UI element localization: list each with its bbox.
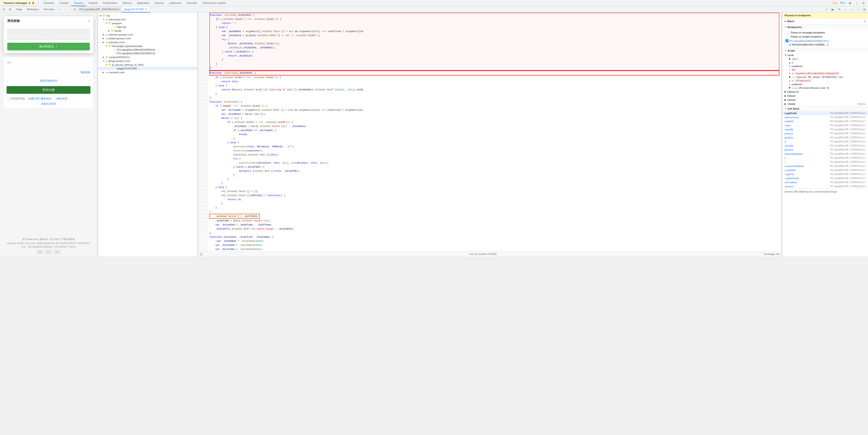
tree-item-loginjsp[interactable]: 📄 login.jsp [98,25,197,29]
close-icon[interactable]: ✕ [861,0,866,6]
agree-checkbox[interactable] [6,97,9,100]
file-tab-pclogin[interactable]: PCLogin@6ac20ff...25015894124.js [77,6,122,12]
page-tabs-more[interactable]: ⋮ [62,7,68,12]
settings-icon[interactable]: ⚙ [847,0,852,6]
cs-item-7[interactable]: S PCLogin@6ac20ff...015894124.js:1 [782,140,868,144]
phone-input[interactable] [20,60,90,66]
cs-item-6[interactable]: perform PCLogin@6ac20ff...015894124.js:1 [782,136,868,140]
code-line: } [210,58,779,62]
cs-item-14[interactable]: a.setState PCLogin@6ac20ff...015894124.j… [782,168,868,172]
tree-item-userqunar[interactable]: ▼ ☁ user.qunar.com [98,18,197,21]
cs-item-15[interactable]: n.getCst PCLogin@6ac20ff...015894124.js:… [782,172,868,176]
record-icon[interactable]: ⏺ [32,2,34,4]
watch-add-icon[interactable]: + [864,20,866,23]
code-content[interactable]: function _0x47b39(_0x29235d) { if (_0x5a… [208,13,781,251]
verify-send-btn[interactable]: 验证码发送 ✓ [7,43,90,51]
cs-item-4[interactable]: closeAll PCLogin@6ac20ff...015894124.js:… [782,128,868,132]
local-scope-header[interactable]: ▼ Local [782,53,868,57]
step-icon[interactable]: → [855,7,861,12]
cs-item-5[interactable]: perform PCLogin@6ac20ff...015894124.js:1 [782,132,868,136]
tree-item-qcode[interactable]: ▶ 📁 qcode [98,29,197,33]
tab-recorder[interactable]: Recorder [184,0,200,6]
tree-item-picbed[interactable]: ▶ ☁ picbed.qunarzz.com [98,36,197,40]
tab-overrides[interactable]: Overrides [41,6,57,12]
tree-item-squnarzz[interactable]: ▶ ☁ s.qunarzz.com [98,70,197,74]
play-icon[interactable]: ▶ [29,2,31,4]
tree-item-pclogin1[interactable]: 📄 PCLogin@6ac20ffeb25015894124 [98,48,197,52]
tab-lighthouse[interactable]: Lighthouse [166,0,184,6]
call-stack-header[interactable]: ▼ Call Stack [782,106,868,111]
tree-item-qimgs[interactable]: ▼ ☁ qimgs.qunarzz.com [98,59,197,63]
tab-sources[interactable]: Sources [71,0,86,6]
closure2-header[interactable]: ▶ Closure [782,94,868,98]
breakpoints-header[interactable]: ▼ Breakpoints [782,25,868,30]
file-tab-close[interactable]: ✕ [145,8,147,11]
closure-t-header[interactable]: ▶ Closure (t) [782,90,868,94]
cs-item-12[interactable]: I PCLogin@6ac20ff...015894124.js:1 [782,160,868,164]
file-tab-qlogj[interactable]: qlogj.js?t=472783 ✕ [122,6,150,12]
tab-performance[interactable]: Performance [100,0,120,6]
tree-item-pclogin2[interactable]: 📄 PCLogin@6ac20ffeb25015894124 [98,52,197,55]
cs-item-9[interactable]: perform PCLogin@6ac20ff...015894124.js:1 [782,148,868,152]
login-btn[interactable]: 登录/注册 [6,86,90,94]
cs-item-0[interactable]: n.getCode PCLogin@6ac20ff...015894124.js… [782,111,868,115]
bp-file-checkbox[interactable] [785,39,788,42]
cs-item-8[interactable]: closeAll PCLogin@6ac20ff...015894124.js:… [782,144,868,148]
tab-application[interactable]: Application [134,0,152,6]
deactivate-bp-icon[interactable]: ⊘ [862,7,867,12]
file-view-icon[interactable]: ⊟ [72,7,77,12]
tab-performance-insights[interactable]: Performance insights [200,0,228,6]
tree-item-q[interactable]: ▶ ☁ q.qunarzz.com [98,40,197,44]
cs-item-13[interactable]: enqueueCallback PCLogin@6ac20ff...015894… [782,164,868,168]
cs-item-18[interactable]: success PCLogin@6ac20ff...015894124.js:1 [782,185,868,189]
voice-verify-link[interactable]: 获取语音验证码 [40,79,57,82]
tab-workspace[interactable]: Workspace [24,6,41,12]
layout2-icon[interactable]: ⊞ [7,7,13,12]
step-into-icon[interactable]: ↓ [843,7,848,12]
cs-item-3[interactable]: close PCLogin@6ac20ff...015894124.js:1 [782,123,868,128]
error-count[interactable]: ⚠ 2 [831,1,838,5]
debugger-scroll[interactable]: Paused on breakpoint ▶ Watch + [782,13,868,256]
modal-close-btn[interactable]: × [88,19,90,23]
tree-item-common[interactable]: ▶ ☁ common.qunarzz.com [98,33,197,36]
tab-console[interactable]: Console [57,0,71,6]
code-scroll[interactable]: - - - - - - - - - - - - - - - - - [198,13,781,251]
tree-item-wza[interactable]: ▶ 📁 wza/prd/20220112 [98,55,197,59]
global-scope-header[interactable]: ▶ Global Window [782,102,868,106]
watch-header[interactable]: ▶ Watch + [782,18,868,24]
pause-caught-checkbox[interactable] [787,35,789,38]
tab-memory[interactable]: Memory [120,0,134,6]
tab-elements[interactable]: Elements [41,0,57,6]
tab-security[interactable]: Security [152,0,167,6]
tree-item-pf[interactable]: ▼ 📁 pf_piccolo_defense_fe_0001 [98,63,197,67]
tab-page[interactable]: Page [14,6,24,12]
code-line: Internal[_0x5a69('0x5')](this); [209,153,779,157]
tree-item-qlogj[interactable]: 📄 qlogj.js?t=472783 [98,67,197,70]
layout-icon[interactable]: ⊡ [1,7,6,12]
tree-item-passport[interactable]: ▼ 📁 passport [98,21,197,25]
step-out-icon[interactable]: ↑ [849,7,855,12]
scope-header[interactable]: ▼ Scope [782,48,868,53]
tree-label-squnarzz: s.qunarzz.com [108,71,125,74]
pause-uncaught-checkbox[interactable] [787,31,789,34]
cs-item-10[interactable]: batchedUpdates PCLogin@6ac20ff...0158941… [782,152,868,156]
tab-network[interactable]: Network [86,0,100,6]
tree-item-homepage[interactable]: ▼ 📁 homepage_login/prd/scripts [98,44,197,48]
cs-item-11[interactable]: x PCLogin@6ac20ff...015894124.js:1 [782,156,868,160]
step-over-icon[interactable]: ↷ [836,7,842,12]
cs-item-2[interactable]: notifyAll PCLogin@6ac20ff...015894124.js… [782,119,868,123]
closure3-header[interactable]: ▶ Closure [782,98,868,102]
resend-link[interactable]: 重新获取 [81,71,90,74]
cs-item-16[interactable]: n.sliderFinish PCLogin@6ac20ff...0158941… [782,176,868,180]
cs-item-17[interactable]: onFinished PCLogin@6ac20ff...015894124.j… [782,180,868,185]
more-icon[interactable]: ⋮ [854,0,860,6]
dock-icon[interactable]: ⤢ [824,7,829,12]
closure3-icon: ▶ [784,99,786,101]
resume-icon[interactable]: ▶ [830,7,835,12]
tab-more-pages[interactable]: » [57,6,62,12]
cs-item-1[interactable]: (anonymous) PCLogin@6ac20ff...015894124.… [782,115,868,119]
verify-code-input[interactable] [6,69,79,75]
cursor-icon: {} [200,253,202,256]
tree-item-top[interactable]: ▶ 📁 top [98,13,197,18]
warning-count[interactable]: ⚑ 5 [839,1,846,5]
